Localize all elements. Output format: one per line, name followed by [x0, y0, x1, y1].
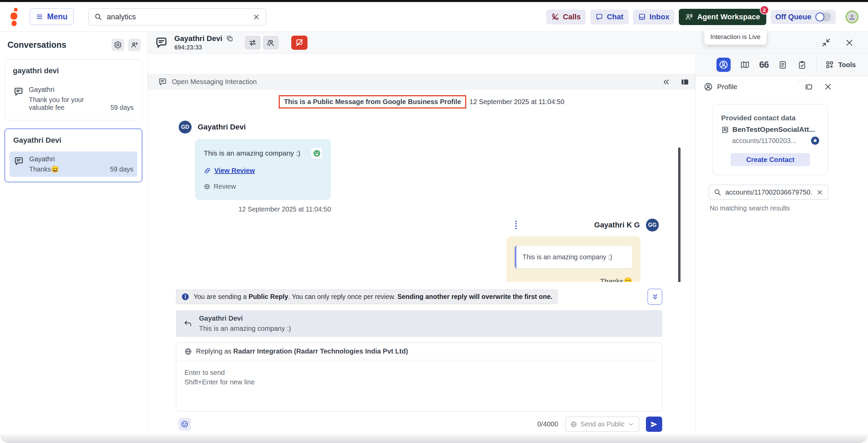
chat-slash-icon [295, 38, 304, 47]
chevron-down-icon [628, 421, 634, 427]
queue-toggle[interactable] [815, 13, 831, 21]
top-nav: Calls Chat Inbox Agent Workspace 2 [546, 9, 859, 25]
send-as-dropdown[interactable]: Send as Public [565, 417, 639, 432]
scripts-panel-button[interactable] [777, 60, 788, 70]
wrapup-panel-button[interactable] [797, 60, 807, 70]
message-icon [158, 77, 167, 86]
transfer-button[interactable] [244, 36, 261, 50]
contact-search-input[interactable] [725, 188, 812, 196]
message-icon [14, 156, 24, 173]
conversations-settings-button[interactable] [112, 39, 124, 51]
emoji-picker-button[interactable] [178, 418, 191, 430]
agent-icon [685, 13, 693, 21]
send-button[interactable] [646, 417, 662, 432]
message-timestamp: 12 September 2025 at 11:04:50 [195, 205, 331, 213]
phone-slash-icon [551, 13, 559, 21]
message-menu-icon[interactable] [513, 219, 519, 231]
search-icon [714, 188, 721, 196]
avatar: GG [646, 219, 659, 231]
close-icon [824, 83, 832, 91]
person-plus-icon [131, 41, 138, 49]
expand-panel-button[interactable] [804, 82, 814, 92]
agent-workspace-button[interactable]: Agent Workspace 2 [679, 9, 766, 25]
conversation-list-item[interactable]: Gayathri Thank you for your valuable fee… [9, 82, 138, 115]
quoted-review: This is an amazing company :) [515, 246, 632, 268]
genesys-logo [9, 8, 18, 26]
expand-replies-button[interactable] [648, 289, 662, 305]
character-counter: 0/4000 [537, 420, 558, 428]
disconnect-button[interactable] [291, 36, 308, 50]
script-icon [778, 60, 787, 69]
global-search-input[interactable] [107, 13, 248, 21]
interaction-chip[interactable]: Gayathri Devi 694:23:33 [155, 34, 234, 51]
global-search [88, 8, 266, 25]
quote-text: This is an amazing company :) [199, 325, 291, 333]
menu-label: Menu [47, 12, 67, 21]
scrollbar-thumb[interactable] [678, 147, 680, 282]
link-icon [204, 167, 211, 174]
double-chevron-left-icon [662, 78, 670, 86]
interaction-actions [243, 34, 281, 52]
conversation-card-selected: Gayathri Devi Gayathri Thanks😄 59 days [4, 128, 142, 182]
replying-as-row: Replying as Radarr Integration (Radarr T… [176, 343, 662, 360]
inbox-icon [638, 13, 646, 21]
message-icon [155, 36, 168, 49]
conversation-preview: Thank you for your valuable fee [29, 96, 105, 112]
message-text: This is an amazing company :) [204, 148, 306, 157]
message-input[interactable]: Enter to send Shift+Enter for new line [176, 360, 662, 411]
inbound-message: GD Gayathri Devi This is an amazing comp… [179, 121, 338, 213]
chat-button[interactable]: Chat [590, 9, 629, 24]
no-results-message: No matching search results [710, 204, 868, 212]
conversation-list-item-selected[interactable]: Gayathri Thanks😄 59 days [9, 152, 137, 177]
create-contact-button[interactable]: Create Contact [731, 153, 810, 166]
conference-button[interactable] [263, 36, 279, 50]
profile-panel-button[interactable] [716, 58, 731, 72]
message-icon [13, 86, 24, 112]
menu-button[interactable]: Menu [30, 8, 74, 25]
interaction-live-tooltip: Interaction is Live [704, 29, 767, 45]
replying-as-text: Replying as Radarr Integration (Radarr T… [196, 347, 408, 355]
conversation-contact-name: Gayathri [29, 86, 105, 94]
clear-search-icon[interactable] [816, 188, 824, 196]
calls-button[interactable]: Calls [546, 9, 586, 24]
conversation-group-name: Gayathri Devi [13, 136, 137, 145]
canned-responses-icon[interactable]: 66 [759, 60, 769, 69]
interaction-name: Gayathri Devi [174, 34, 222, 43]
search-clear-icon[interactable] [252, 13, 260, 21]
inbox-button[interactable]: Inbox [633, 9, 675, 24]
profile-icon [704, 82, 713, 91]
positive-sentiment-icon [311, 148, 322, 159]
globe-icon [570, 421, 577, 428]
contact-card-icon [721, 126, 729, 134]
tools-button[interactable]: Tools [825, 60, 856, 69]
conversation-panel-header: Open Messaging Interaction [148, 74, 695, 90]
outbound-message: Gayathri K G GG This is an amazing compa… [507, 219, 659, 282]
journey-panel-button[interactable] [739, 59, 750, 70]
map-icon [740, 60, 750, 69]
primary-star-badge [811, 136, 820, 145]
add-conversation-button[interactable] [128, 39, 141, 51]
collapse-panel-button[interactable] [662, 77, 671, 87]
composer-footer: 0/4000 Send as Public [176, 416, 662, 432]
public-reply-banner-row: You are sending a Public Reply. You can … [176, 289, 662, 305]
close-interaction-button[interactable] [844, 37, 855, 48]
collapse-interaction-button[interactable] [820, 37, 832, 48]
search-icon [94, 13, 102, 21]
toggle-sidebar-button[interactable] [680, 77, 690, 87]
channel-label-row: Review [204, 183, 322, 190]
conversation-contact-name: Gayathri [29, 155, 59, 163]
user-avatar[interactable] [846, 11, 859, 23]
contact-search [709, 185, 828, 200]
profile-panel: Profile [696, 76, 868, 443]
provided-contact-card: Provided contact data BenTestOpenSocialA… [713, 104, 828, 175]
expand-window-icon [805, 83, 813, 91]
transfer-arrows-icon [248, 38, 257, 47]
copy-icon[interactable] [226, 35, 234, 43]
drag-handle-icon[interactable] [797, 79, 806, 82]
conversation-card: gayathri devi Gayathri Thank you for you… [4, 59, 142, 120]
close-panel-button[interactable] [823, 82, 833, 92]
view-review-link[interactable]: View Review [204, 167, 322, 175]
reply-composer: Replying as Radarr Integration (Radarr T… [176, 342, 662, 411]
agents-icon [267, 38, 275, 47]
card-heading: Provided contact data [721, 114, 820, 122]
